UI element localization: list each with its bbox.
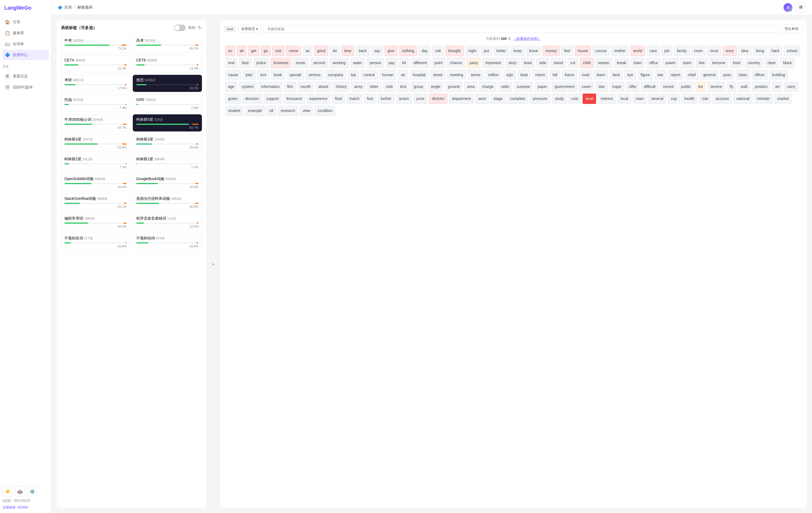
sidebar-item-media[interactable]: 📋媒体库 bbox=[2, 28, 49, 38]
word-chip[interactable]: level bbox=[583, 93, 596, 104]
word-chip[interactable]: view bbox=[300, 106, 313, 116]
word-chip[interactable]: report bbox=[668, 70, 684, 80]
word-chip[interactable]: let bbox=[330, 46, 340, 56]
word-chip[interactable]: stage bbox=[491, 93, 505, 104]
robot-icon-btn[interactable]: 🤖 bbox=[15, 486, 25, 496]
word-chip[interactable]: further bbox=[378, 93, 394, 104]
sidebar-item-vocab[interactable]: 📖生词本 bbox=[2, 39, 49, 49]
tag-card-21[interactable]: 不规则动词 974词 19.8% bbox=[133, 233, 202, 250]
word-chip[interactable]: action bbox=[396, 93, 412, 104]
word-chip[interactable]: break bbox=[614, 58, 629, 68]
word-chip[interactable]: oil bbox=[267, 106, 276, 116]
word-chip[interactable]: hit bbox=[399, 58, 409, 68]
word-chip[interactable]: black bbox=[780, 58, 795, 68]
tag-card-15[interactable]: GoogleBook词频 5000词 34.9% bbox=[133, 174, 202, 191]
word-chip[interactable]: million bbox=[485, 70, 502, 80]
word-chip[interactable]: clear bbox=[764, 58, 778, 68]
word-chip[interactable]: foot bbox=[364, 93, 376, 104]
word-chip[interactable]: better bbox=[494, 46, 509, 56]
word-chip[interactable]: health bbox=[682, 93, 697, 104]
word-chip[interactable]: bring bbox=[753, 46, 767, 56]
word-chip[interactable]: all bbox=[237, 46, 246, 56]
word-chip[interactable]: story bbox=[505, 58, 519, 68]
word-chip[interactable]: general bbox=[700, 70, 719, 80]
word-chip[interactable]: town bbox=[631, 58, 645, 68]
word-chip[interactable]: care bbox=[647, 46, 660, 56]
word-chip[interactable]: air bbox=[398, 70, 408, 80]
export-button[interactable]: 导出单词 bbox=[781, 25, 802, 33]
word-chip[interactable]: thousand bbox=[283, 93, 305, 104]
word-chip[interactable]: night bbox=[465, 46, 479, 56]
tag-card-18[interactable]: 编程常用词 1696词 38.2% bbox=[61, 213, 130, 230]
word-chip[interactable]: research bbox=[278, 106, 298, 116]
word-chip[interactable]: house bbox=[575, 46, 591, 56]
word-chip[interactable]: service bbox=[707, 82, 725, 92]
word-chip[interactable]: art bbox=[772, 82, 782, 92]
word-chip[interactable]: sense bbox=[468, 70, 484, 80]
tag-card-19[interactable]: 程序员发音易错词 112词 12.5% bbox=[133, 213, 202, 230]
word-chip[interactable]: road bbox=[579, 70, 592, 80]
word-chip[interactable]: water bbox=[350, 58, 365, 68]
word-chip[interactable]: world bbox=[630, 46, 645, 56]
sidebar-item-guide[interactable]: 🏠引导 bbox=[2, 17, 49, 27]
word-chip[interactable]: cut bbox=[567, 58, 578, 68]
word-chip[interactable]: nothing bbox=[399, 46, 417, 56]
word-chip[interactable]: idea bbox=[738, 46, 751, 56]
word-chip[interactable]: cup bbox=[668, 93, 680, 104]
word-chip[interactable]: say bbox=[371, 46, 383, 56]
word-chip[interactable]: interest bbox=[598, 93, 616, 104]
word-chip[interactable]: give bbox=[385, 46, 398, 56]
tag-card-2[interactable]: CET4 3846词 22.3% bbox=[61, 55, 130, 72]
word-chip[interactable]: age bbox=[225, 82, 237, 92]
word-chip[interactable]: future bbox=[562, 70, 578, 80]
word-chip[interactable]: money bbox=[543, 46, 559, 56]
word-chip[interactable]: business bbox=[270, 58, 291, 68]
word-chip[interactable]: street bbox=[430, 70, 445, 80]
dual-col-toggle[interactable] bbox=[174, 25, 186, 31]
word-chip[interactable]: special bbox=[287, 70, 304, 80]
word-chip[interactable]: army bbox=[351, 82, 366, 92]
status-select[interactable]: 全部状态 ▾ bbox=[238, 25, 261, 33]
word-chip[interactable]: account bbox=[713, 93, 732, 104]
word-chip[interactable]: country bbox=[745, 58, 763, 68]
word-chip[interactable]: several bbox=[648, 93, 666, 104]
word-chip[interactable]: club bbox=[383, 82, 396, 92]
word-chip[interactable]: line bbox=[696, 58, 708, 68]
word-chip[interactable]: rule bbox=[699, 93, 711, 104]
word-chip[interactable]: power bbox=[662, 58, 678, 68]
word-chip[interactable]: one bbox=[272, 46, 285, 56]
word-chip[interactable]: ground bbox=[445, 82, 463, 92]
word-chip[interactable]: course bbox=[592, 46, 610, 56]
word-chip[interactable]: music bbox=[293, 58, 309, 68]
word-chip[interactable]: complete bbox=[507, 93, 528, 104]
tag-card-20[interactable]: 不规则名词 277词 10.8% bbox=[61, 233, 130, 250]
word-chip[interactable]: difficult bbox=[641, 82, 659, 92]
word-chip[interactable]: end bbox=[225, 58, 237, 68]
word-chip[interactable]: letter bbox=[367, 82, 381, 92]
word-chip[interactable]: get bbox=[248, 46, 259, 56]
word-chip[interactable]: history bbox=[333, 82, 350, 92]
word-chip[interactable]: stand bbox=[551, 58, 566, 68]
word-chip[interactable]: area bbox=[464, 82, 477, 92]
word-chip[interactable]: school bbox=[784, 46, 800, 56]
word-chip[interactable]: working bbox=[329, 58, 348, 68]
word-chip[interactable]: final bbox=[332, 93, 345, 104]
avatar[interactable]: A bbox=[783, 3, 793, 12]
word-chip[interactable]: minister bbox=[754, 93, 773, 104]
word-chip[interactable]: top bbox=[348, 70, 359, 80]
word-chip[interactable]: as bbox=[302, 46, 313, 56]
sidebar-item-updates[interactable]: 更更新日志 bbox=[2, 71, 49, 82]
word-chip[interactable]: paper bbox=[535, 82, 550, 92]
word-chip[interactable]: come bbox=[286, 46, 301, 56]
word-chip[interactable]: put bbox=[481, 46, 492, 56]
tag-card-11[interactable]: 柯林斯3星 1404词 25.4% bbox=[133, 134, 202, 151]
word-chip[interactable]: support bbox=[263, 93, 282, 104]
word-chip[interactable]: most bbox=[707, 46, 721, 56]
word-chip[interactable]: side bbox=[536, 58, 549, 68]
word-chip[interactable]: child bbox=[580, 58, 593, 68]
word-chip[interactable]: feel bbox=[561, 46, 573, 56]
word-chip[interactable]: match bbox=[346, 93, 362, 104]
tag-card-13[interactable]: 柯林斯1星 6884词 1.4% bbox=[133, 154, 202, 171]
word-chip[interactable]: serious bbox=[306, 70, 323, 80]
tag-card-8[interactable]: 牛津3000核心词 3344词 44.7% bbox=[61, 114, 130, 132]
